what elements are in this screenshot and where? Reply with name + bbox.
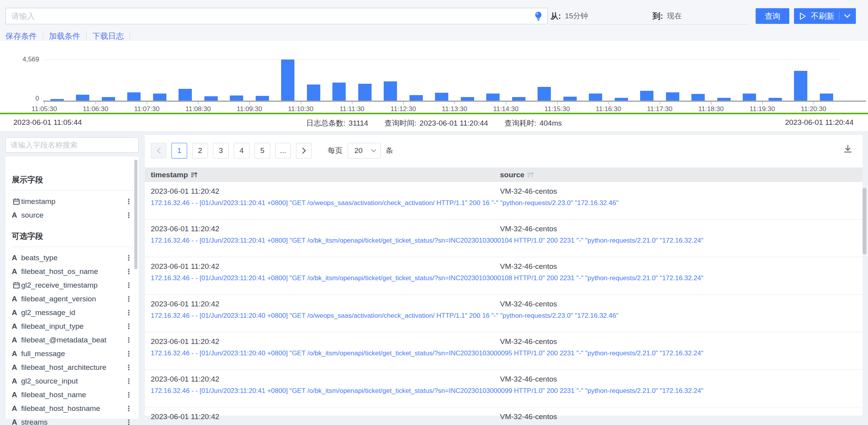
field-kebab-menu-icon[interactable]: ⋮ xyxy=(125,418,133,425)
divider xyxy=(86,32,87,40)
field-item-source[interactable]: Asource⋮ xyxy=(12,208,133,222)
field-item-filebeat_input_type[interactable]: Afilebeat_input_type⋮ xyxy=(12,319,133,333)
field-item-filebeat_host_hostname[interactable]: Afilebeat_host_hostname⋮ xyxy=(12,402,133,415)
sidebar-scrollbar[interactable] xyxy=(134,160,137,269)
chevron-down-icon[interactable] xyxy=(844,14,850,18)
field-item-timestamp[interactable]: timestamp⋮ xyxy=(12,194,133,208)
refresh-button-label: 不刷新 xyxy=(811,11,834,22)
query-button[interactable]: 查询 xyxy=(756,8,789,24)
field-name: filebeat_host_hostname xyxy=(21,404,125,413)
query-hint-bulb-icon[interactable] xyxy=(532,10,545,22)
log-table-row[interactable]: 2023-06-01 11:20:42VM-32-46-centos172.16… xyxy=(145,407,863,425)
text-field-icon: A xyxy=(12,308,21,317)
field-item-beats_type[interactable]: Abeats_type⋮ xyxy=(12,251,133,265)
download-icon[interactable] xyxy=(843,144,852,155)
field-kebab-menu-icon[interactable]: ⋮ xyxy=(125,197,133,206)
pagination: 12345... 每页 20 条 xyxy=(151,143,393,158)
page-button-1[interactable]: 1 xyxy=(171,143,187,158)
field-item-filebeat_host_name[interactable]: Afilebeat_host_name⋮ xyxy=(12,388,133,402)
chart-bar xyxy=(512,97,525,101)
field-kebab-menu-icon[interactable]: ⋮ xyxy=(125,254,133,262)
refresh-mode-button[interactable]: 不刷新 xyxy=(794,8,856,24)
search-input[interactable] xyxy=(5,8,548,24)
field-item-gl2_source_input[interactable]: Agl2_source_input⋮ xyxy=(12,374,133,388)
page-scrollbar[interactable] xyxy=(863,188,866,254)
log-table-row[interactable]: 2023-06-01 11:20:42VM-32-46-centos172.16… xyxy=(145,257,863,295)
field-name: gl2_receive_timestamp xyxy=(21,281,125,290)
chart-bar xyxy=(410,95,423,101)
field-kebab-menu-icon[interactable]: ⋮ xyxy=(125,322,133,331)
log-table-row[interactable]: 2023-06-01 11:20:42VM-32-46-centos172.16… xyxy=(145,220,863,257)
field-name: filebeat_host_name xyxy=(21,391,125,399)
text-field-icon: A xyxy=(12,295,21,303)
y-axis-max-label: 4,569 xyxy=(0,56,39,63)
to-value[interactable]: 现在 xyxy=(667,11,682,21)
page-button-3[interactable]: 3 xyxy=(213,143,229,158)
field-kebab-menu-icon[interactable]: ⋮ xyxy=(125,391,133,399)
row-log-message[interactable]: 172.16.32.46 - - [01/Jun/2023:11:20:41 +… xyxy=(151,237,863,245)
page-button-5[interactable]: 5 xyxy=(254,143,270,158)
row-log-message[interactable]: 172.16.32.46 - - [01/Jun/2023:11:20:41 +… xyxy=(151,387,863,395)
sort-icon[interactable] xyxy=(527,172,534,178)
sort-icon[interactable] xyxy=(191,172,197,178)
next-page-button[interactable] xyxy=(296,143,312,158)
to-label: 到: xyxy=(653,11,663,22)
prev-page-button[interactable] xyxy=(151,143,166,158)
row-source: VM-32-46-centos xyxy=(500,300,863,308)
field-name: streams xyxy=(21,418,125,425)
field-item-filebeat_host_os_name[interactable]: Afilebeat_host_os_name⋮ xyxy=(12,265,133,278)
field-item-filebeat_host_architecture[interactable]: Afilebeat_host_architecture⋮ xyxy=(12,360,133,374)
field-kebab-menu-icon[interactable]: ⋮ xyxy=(125,404,133,413)
field-kebab-menu-icon[interactable]: ⋮ xyxy=(125,336,133,344)
column-header-source[interactable]: source xyxy=(500,171,863,179)
field-item-filebeat_agent_version[interactable]: Afilebeat_agent_version⋮ xyxy=(12,292,133,306)
field-name: filebeat_host_architecture xyxy=(21,363,125,372)
field-item-filebeat_@metadata_beat[interactable]: Afilebeat_@metadata_beat⋮ xyxy=(12,333,133,347)
page-button-4[interactable]: 4 xyxy=(234,143,249,158)
field-item-full_message[interactable]: Afull_message⋮ xyxy=(12,347,133,360)
chart-bar xyxy=(486,94,500,101)
from-value[interactable]: 15分钟 xyxy=(565,11,588,21)
load-condition-link[interactable]: 加载条件 xyxy=(49,31,80,41)
log-table-row[interactable]: 2023-06-01 11:20:42VM-32-46-centos172.16… xyxy=(145,182,863,220)
text-field-icon: A xyxy=(12,363,21,372)
row-log-message[interactable]: 172.16.32.46 - - [01/Jun/2023:11:20:41 +… xyxy=(151,274,863,282)
field-item-gl2_receive_timestamp[interactable]: gl2_receive_timestamp⋮ xyxy=(12,278,133,292)
x-tick-mark xyxy=(352,102,352,104)
column-header-timestamp[interactable]: timestamp xyxy=(151,171,500,179)
field-kebab-menu-icon[interactable]: ⋮ xyxy=(125,281,133,290)
per-page-select[interactable]: 20 xyxy=(348,143,381,158)
page-button-2[interactable]: 2 xyxy=(192,143,208,158)
field-kebab-menu-icon[interactable]: ⋮ xyxy=(125,349,133,358)
save-condition-link[interactable]: 保存条件 xyxy=(5,31,37,41)
field-kebab-menu-icon[interactable]: ⋮ xyxy=(125,308,133,317)
download-log-link[interactable]: 下载日志 xyxy=(92,31,124,41)
field-kebab-menu-icon[interactable]: ⋮ xyxy=(125,267,133,276)
field-kebab-menu-icon[interactable]: ⋮ xyxy=(125,377,133,385)
field-kebab-menu-icon[interactable]: ⋮ xyxy=(125,363,133,372)
more-pages-button[interactable]: ... xyxy=(275,143,291,158)
row-log-message[interactable]: 172.16.32.46 - - [01/Jun/2023:11:20:40 +… xyxy=(151,312,863,320)
chart-bar xyxy=(461,97,474,101)
calendar-icon xyxy=(12,198,21,205)
row-log-message[interactable]: 172.16.32.46 - - [01/Jun/2023:11:20:41 +… xyxy=(151,199,863,207)
row-log-message[interactable]: 172.16.32.46 - - [01/Jun/2023:11:20:40 +… xyxy=(151,349,863,357)
log-histogram-chart[interactable]: 4,569 0 11:05:3011:06:3011:07:3011:08:30… xyxy=(0,41,868,113)
chart-bar xyxy=(666,92,679,101)
field-item-gl2_message_id[interactable]: Agl2_message_id⋮ xyxy=(12,306,133,319)
field-search-input[interactable] xyxy=(5,137,139,153)
field-kebab-menu-icon[interactable]: ⋮ xyxy=(125,211,133,220)
text-field-icon: A xyxy=(12,418,21,425)
query-summary-bar: 2023-06-01 11:05:44 日志总条数:31114 查询时间:202… xyxy=(0,114,868,131)
log-table-row[interactable]: 2023-06-01 11:20:42VM-32-46-centos172.16… xyxy=(145,370,863,407)
field-kebab-menu-icon[interactable]: ⋮ xyxy=(125,295,133,303)
from-label: 从: xyxy=(550,11,561,22)
log-table-row[interactable]: 2023-06-01 11:20:42VM-32-46-centos172.16… xyxy=(145,295,863,332)
field-name: gl2_message_id xyxy=(21,308,125,317)
log-table-row[interactable]: 2023-06-01 11:20:42VM-32-46-centos172.16… xyxy=(145,332,863,370)
x-tick-mark xyxy=(506,102,506,104)
x-tick-label: 11:07:30 xyxy=(123,105,170,113)
field-item-streams[interactable]: Astreams⋮ xyxy=(12,415,133,425)
chart-bar xyxy=(589,94,602,101)
chart-bar xyxy=(717,98,731,101)
